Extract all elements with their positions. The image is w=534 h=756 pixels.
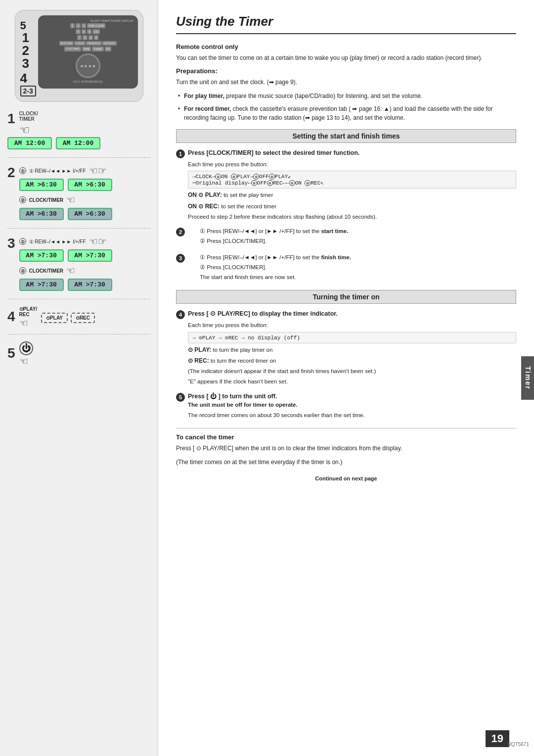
step3-hand2: ☜: [66, 265, 75, 277]
btn-1[interactable]: 1: [70, 23, 75, 28]
remote-only-label: Remote control only: [176, 43, 516, 50]
step1-display-row: AM 12:00 AM 12:00: [7, 137, 150, 149]
step2b-display-row: AM >6:30 AM >6:30: [19, 208, 150, 220]
btn-4[interactable]: 4: [76, 29, 80, 34]
right-step1-text: Press [CLOCK/TIMER] to select the desire…: [188, 149, 359, 158]
prep-text: Turn the unit on and set the clock. (➡ p…: [176, 78, 516, 87]
step2a-display-left: AM >6:30: [19, 179, 64, 191]
right-step4-note1: (The indicator doesn't appear if the sta…: [188, 367, 516, 376]
right-step3-circle: 3: [176, 254, 185, 263]
btn-clock[interactable]: CLOCK TIMER: [64, 47, 81, 51]
step3-hands: ☜☞: [89, 236, 107, 247]
step2-hands: ☜☞: [89, 165, 107, 177]
right-step1-sub: Each time you press the button:: [188, 160, 516, 169]
page-title: Using the Timer: [176, 14, 516, 34]
finish-time-bold: finish time.: [321, 254, 351, 260]
left-step1-section: 1 CLOCK/TIMER ☜ AM 12:00 AM 12:00: [7, 111, 150, 158]
btn-6[interactable]: 6: [87, 29, 91, 34]
prep-play-text: For play timer, prepare the music source…: [176, 92, 516, 100]
step4-play-rec-row: ⊙PLAY ⊙REC: [41, 313, 95, 323]
btn-2[interactable]: 2: [76, 23, 80, 28]
step1-clock-label: CLOCK/TIMER: [19, 111, 38, 122]
right-step3-header: 3 ① Press [REW/–/◄◄] or [►► /+/FF] to se…: [176, 253, 516, 284]
remote-graphic: SLEEP TIMER FADER DISPLAY 1 2 3 PGM+CLEA…: [38, 15, 138, 89]
step2-sub1-text: ① REW–/◄◄ ►► I/+/FF: [29, 168, 86, 174]
intro-text: You can set the timer to come on at a ce…: [176, 53, 516, 62]
remote-num-row1: 1 2 3 PGM+CLEAR: [42, 23, 134, 28]
right-step2-header: 2 ① Press [REW/–/◄◄] or [►► /+/FF] to se…: [176, 227, 516, 247]
step4-play-bold: ⊙ PLAY:: [188, 346, 211, 353]
timer-side-tab: Timer: [521, 356, 534, 400]
remote-transport-dial: ◄◄ ►►: [76, 53, 100, 78]
btn-0[interactable]: 0: [94, 35, 98, 40]
left-step-4-label: 4: [20, 72, 36, 85]
right-step2-circle: 2: [176, 228, 185, 236]
cancel-label: To cancel the timer: [176, 433, 516, 441]
left-step5-section: 5 ⏻ ☜: [7, 341, 150, 372]
btn-tape[interactable]: TAPE: [82, 47, 91, 51]
step4-hand: ☜: [19, 317, 38, 329]
step4-play-box: ⊙PLAY: [41, 313, 68, 323]
step3-sub1-text: ① REW–/◄◄ ►► I/+/FF: [29, 239, 86, 244]
btn-8[interactable]: 8: [83, 35, 87, 40]
remote-num-row2: 4 5 6 ≥10: [42, 29, 134, 34]
btn-tuner[interactable]: TUNER: [92, 47, 103, 51]
step3-circle2: ②: [19, 267, 26, 274]
cancel-text: Press [ ⊙ PLAY/REC] when the unit is on …: [176, 444, 516, 453]
right-step2-sub2: ② Press [CLOCK/TIMER].: [200, 237, 516, 245]
btn-3[interactable]: 3: [82, 23, 86, 28]
step3a-display-right: AM >7:30: [68, 249, 112, 262]
right-step4-rec: ⊙ REC: to turn the record timer on: [188, 356, 516, 365]
btn-5[interactable]: 5: [82, 29, 86, 34]
continued-text: Continued on next page: [176, 475, 516, 481]
page-number: 19: [486, 730, 509, 747]
right-step1-header: 1 Press [CLOCK/TIMER] to select the desi…: [176, 149, 516, 158]
right-step5-header: 5 Press [ ⏻ ] to turn the unit off. The …: [176, 392, 516, 422]
step4-rec-bold: ⊙ REC:: [188, 357, 209, 364]
btn-creset[interactable]: C RESET: [74, 41, 86, 46]
rqt-code: RQT5671: [508, 742, 529, 747]
step3-circle1: ①: [19, 238, 26, 245]
step1-display-left: AM 12:00: [7, 137, 52, 149]
step2a-display-row: AM >6:30 AM >6:30: [19, 179, 150, 191]
right-step1-on-play: ON ⊙ PLAY: to set the play timer: [188, 190, 516, 199]
step2a-display-right: AM >6:30: [68, 179, 112, 191]
step3-clock-label: CLOCK/TIMER: [29, 268, 63, 274]
section1-box: Setting the start and finish times: [176, 129, 516, 143]
btn-9[interactable]: 9: [89, 35, 93, 40]
remote-top-labels: SLEEP TIMER FADER DISPLAY: [42, 19, 134, 22]
right-step4-header: 4 Press [ ⊙ PLAY/REC] to display the tim…: [176, 310, 516, 319]
step4-num: 4: [7, 309, 15, 325]
right-step4-circle: 4: [176, 310, 185, 319]
remote-hes-labels: H.E.S. SYNTHESIZER EQ: [42, 80, 134, 83]
step3b-display-row: AM >7:30 AM >7:30: [19, 279, 150, 291]
right-step5-bold: The unit must be off for timer to operat…: [188, 401, 516, 409]
step2b-display-right: AM >6:30: [68, 208, 112, 220]
right-step1-note: Proceed to step 2 before these indicator…: [188, 213, 516, 221]
step2-clock-label: CLOCK/TIMER: [29, 197, 63, 203]
left-step2-section: 2 ① ① REW–/◄◄ ►► I/+/FF ☜☞ AM >6:30 AM >…: [7, 165, 150, 229]
right-step3-block: 3 ① Press [REW/–/◄◄] or [►► /+/FF] to se…: [176, 253, 516, 284]
left-step-3-label: 3: [22, 57, 36, 70]
right-step4-text: Press [ ⊙ PLAY/REC] to display the timer…: [188, 310, 338, 319]
right-step3-sub2: ② Press [CLOCK/TIMER].: [200, 263, 516, 272]
btn-pgm[interactable]: PGM+CLEAR: [87, 23, 105, 28]
step5-num: 5: [7, 345, 15, 361]
right-step2-sub1: ① Press [REW/–/◄◄] or [►► /+/FF] to set …: [200, 227, 516, 236]
cancel-note: (The timer comes on at the set time ever…: [176, 458, 516, 467]
right-step4-sub: Each time you press the button:: [188, 321, 516, 330]
right-step2-block: 2 ① Press [REW/–/◄◄] or [►► /+/FF] to se…: [176, 227, 516, 247]
step3b-display-left: AM >7:30: [19, 279, 64, 291]
section2-box: Turning the timer on: [176, 290, 516, 304]
step3a-display-row: AM >7:30 AM >7:30: [19, 249, 150, 262]
btn-7[interactable]: 7: [77, 35, 82, 40]
right-step4-arrow: → ⊙PLAY → ⊙REC → no display (off): [188, 332, 516, 343]
btn-play[interactable]: PLAY MODE: [102, 41, 117, 46]
btn-cd[interactable]: CD: [105, 47, 111, 51]
btn-fmmode[interactable]: FM MODE/SP: [86, 41, 101, 46]
btn-autoscan[interactable]: AUTO SCAN: [59, 41, 74, 46]
btn-10plus[interactable]: ≥10: [92, 29, 99, 34]
right-step3-note: The start and finish times are now set.: [200, 273, 516, 282]
step3a-display-left: AM >7:30: [19, 249, 64, 262]
left-step3-section: 3 ① ① REW–/◄◄ ►► I/+/FF ☜☞ AM >7:30 AM >…: [7, 236, 150, 299]
